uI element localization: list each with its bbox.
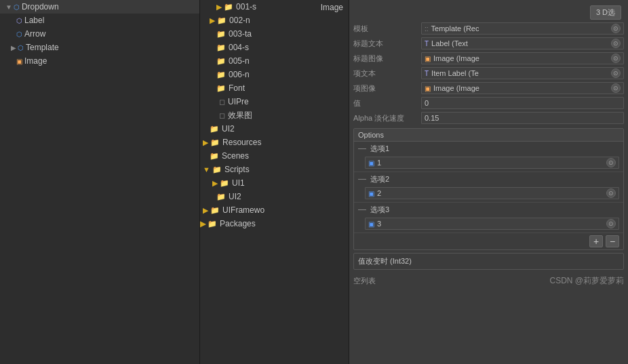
tree-item-dropdown[interactable]: ▼ ⬡ Dropdown bbox=[0, 0, 199, 14]
file-item-003[interactable]: 📁 003-ta bbox=[200, 27, 315, 41]
label-icon: ⬡ bbox=[16, 17, 22, 24]
pick-button-caption-image[interactable]: ⊙ bbox=[611, 54, 621, 63]
folder-icon-002: ▶ 📁 bbox=[210, 16, 227, 25]
field-value-item-text[interactable]: T Item Label (Te ⊙ bbox=[421, 67, 624, 79]
file-item-resources[interactable]: ▶ 📁 Resources bbox=[200, 136, 315, 149]
field-value-alpha[interactable]: 0.15 bbox=[421, 112, 624, 124]
tree-item-template[interactable]: ▶ ⬡ Template bbox=[0, 41, 199, 54]
text-icon2: T bbox=[425, 70, 429, 77]
image-val-icon: ▣ bbox=[425, 55, 431, 62]
file-item-font[interactable]: 📁 Font bbox=[200, 81, 315, 95]
grid-icon: :: bbox=[425, 25, 429, 33]
option-group-2: — 选项2 ▣ 2 ⊙ bbox=[354, 172, 623, 203]
inspector-row-item-text: 项文本 T Item Label (Te ⊙ bbox=[349, 66, 628, 81]
event-section-onchange: 值改变时 (Int32) bbox=[353, 253, 624, 270]
add-option-button[interactable]: + bbox=[589, 235, 603, 247]
option-val-3: 3 bbox=[377, 220, 381, 228]
file-item-005[interactable]: 📁 005-n bbox=[200, 54, 315, 68]
file-text-ui1: UI1 bbox=[232, 178, 245, 188]
field-value-alpha-text: 0.15 bbox=[425, 114, 439, 122]
file-text-font: Font bbox=[229, 83, 245, 93]
tree-item-label[interactable]: ⬡ Label bbox=[0, 14, 199, 27]
empty-list-row: 空列表 CSDN @莉萝爱萝莉 bbox=[349, 272, 628, 289]
3d-select-button[interactable]: 3 D选 bbox=[590, 5, 621, 20]
tree-item-image[interactable]: ▣ Image bbox=[0, 54, 199, 68]
option-title-row-2: — 选项2 bbox=[354, 172, 623, 186]
pick-button-opt3[interactable]: ⊙ bbox=[606, 219, 616, 228]
file-item-scripts[interactable]: ▼ 📁 Scripts bbox=[200, 163, 315, 176]
tree-label-label: Label bbox=[24, 16, 44, 25]
folder-icon-font: 📁 bbox=[216, 84, 226, 93]
folder-icon-ui2b: 📁 bbox=[216, 193, 226, 201]
file-icon-uipre: ◻ bbox=[219, 98, 225, 106]
field-value-value[interactable]: 0 bbox=[421, 97, 624, 109]
inspector-row-caption-text: 标题文本 T Label (Text ⊙ bbox=[349, 36, 628, 51]
pick-button-template[interactable]: ⊙ bbox=[611, 24, 621, 33]
option-val-box-2[interactable]: ▣ 2 ⊙ bbox=[365, 187, 619, 199]
file-item-ui2a[interactable]: 📁 UI2 bbox=[200, 122, 315, 136]
file-item-001[interactable]: ▶ 📁 001-s bbox=[200, 0, 315, 14]
file-text-effect: 效果图 bbox=[228, 110, 252, 121]
option-title-2: 选项2 bbox=[370, 174, 389, 184]
option-val-box-3[interactable]: ▣ 3 ⊙ bbox=[365, 218, 619, 230]
field-value-caption-text[interactable]: T Label (Text ⊙ bbox=[421, 37, 624, 49]
sprite-icon-3: ▣ bbox=[368, 220, 374, 228]
pick-button-item-text[interactable]: ⊙ bbox=[611, 68, 621, 78]
file-item-effect[interactable]: ◻ 效果图 bbox=[200, 108, 315, 122]
inspector-row-item-image: 项图像 ▣ Image (Image ⊙ bbox=[349, 81, 628, 96]
field-label-alpha: Alpha 淡化速度 bbox=[353, 113, 421, 123]
file-item-ui2b[interactable]: 📁 UI2 bbox=[200, 190, 315, 203]
field-value-caption-image-text: Image (Image bbox=[433, 54, 479, 62]
field-value-item-image[interactable]: ▣ Image (Image ⊙ bbox=[421, 82, 624, 94]
folder-icon-005: 📁 bbox=[216, 57, 226, 66]
file-item-uiframework[interactable]: ▶ 📁 UIFramewo bbox=[200, 203, 315, 217]
tree-label-image: Image bbox=[24, 56, 47, 66]
tree-item-arrow[interactable]: ⬡ Arrow bbox=[0, 27, 199, 41]
file-item-uipre[interactable]: ◻ UIPre bbox=[200, 95, 315, 108]
field-value-caption-text-text: Label (Text bbox=[431, 39, 468, 47]
field-value-template[interactable]: :: Template (Rec ⊙ bbox=[421, 22, 624, 35]
file-text-packages: Packages bbox=[220, 219, 256, 228]
expand-arrow-dropdown: ▼ bbox=[5, 3, 12, 11]
file-text-ui2b: UI2 bbox=[229, 192, 241, 201]
pick-button-opt1[interactable]: ⊙ bbox=[606, 158, 616, 167]
field-value-template-text: Template (Rec bbox=[431, 24, 479, 33]
field-label-caption-image: 标题图像 bbox=[353, 54, 421, 64]
file-text-scenes: Scenes bbox=[222, 151, 249, 161]
field-value-item-text-text: Item Label (Te bbox=[431, 69, 479, 77]
option-group-3: — 选项3 ▣ 3 ⊙ bbox=[354, 203, 623, 233]
hierarchy-panel: ▼ ⬡ Dropdown ⬡ Label ⬡ Arrow ▶ ⬡ Templat… bbox=[0, 0, 200, 364]
folder-icon-006: 📁 bbox=[216, 70, 226, 79]
file-item-packages[interactable]: ▶ 📁 Packages bbox=[200, 217, 315, 230]
tree-label-template: Template bbox=[26, 43, 59, 52]
file-item-006[interactable]: 📁 006-n bbox=[200, 68, 315, 81]
pick-button-item-image[interactable]: ⊙ bbox=[611, 83, 621, 93]
folder-icon-004: 📁 bbox=[216, 43, 226, 52]
file-item-004[interactable]: 📁 004-s bbox=[200, 41, 315, 54]
option-title-row-1: — 选项1 bbox=[354, 142, 623, 155]
image-label: Image bbox=[315, 0, 349, 15]
field-value-value-text: 0 bbox=[425, 99, 429, 107]
remove-option-button[interactable]: − bbox=[606, 235, 619, 247]
watermark-text: CSDN @莉萝爱萝莉 bbox=[549, 275, 624, 287]
file-item-scenes[interactable]: 📁 Scenes bbox=[200, 149, 315, 163]
file-text-001: 001-s bbox=[236, 2, 256, 12]
pick-button-opt2[interactable]: ⊙ bbox=[606, 188, 616, 198]
arrow-cube-icon: ⬡ bbox=[16, 31, 22, 38]
option-val-box-1[interactable]: ▣ 1 ⊙ bbox=[365, 157, 619, 169]
middle-top-area: ▶ 📁 001-s ▶ 📁 002-n 📁 003-ta 📁 004-s 📁 bbox=[200, 0, 349, 230]
folder-icon-001: ▶ 📁 bbox=[216, 3, 233, 12]
option-value-row-2: ▣ 2 ⊙ bbox=[354, 186, 623, 202]
folder-icon-scenes: 📁 bbox=[210, 152, 219, 161]
field-value-item-image-text: Image (Image bbox=[433, 84, 479, 92]
pick-button-caption-text[interactable]: ⊙ bbox=[611, 39, 621, 48]
dropdown-cube-icon: ⬡ bbox=[14, 3, 20, 11]
file-text-uipre: UIPre bbox=[228, 97, 249, 106]
file-item-ui1[interactable]: ▶ 📁 UI1 bbox=[200, 176, 315, 190]
file-item-002[interactable]: ▶ 📁 002-n bbox=[200, 14, 315, 27]
option-val-1: 1 bbox=[377, 159, 381, 167]
field-label-item-text: 项文本 bbox=[353, 68, 421, 79]
image-val-icon2: ▣ bbox=[425, 85, 431, 92]
options-section: Options — 选项1 ▣ 1 ⊙ — 选项2 bbox=[353, 128, 624, 250]
field-value-caption-image[interactable]: ▣ Image (Image ⊙ bbox=[421, 52, 624, 64]
